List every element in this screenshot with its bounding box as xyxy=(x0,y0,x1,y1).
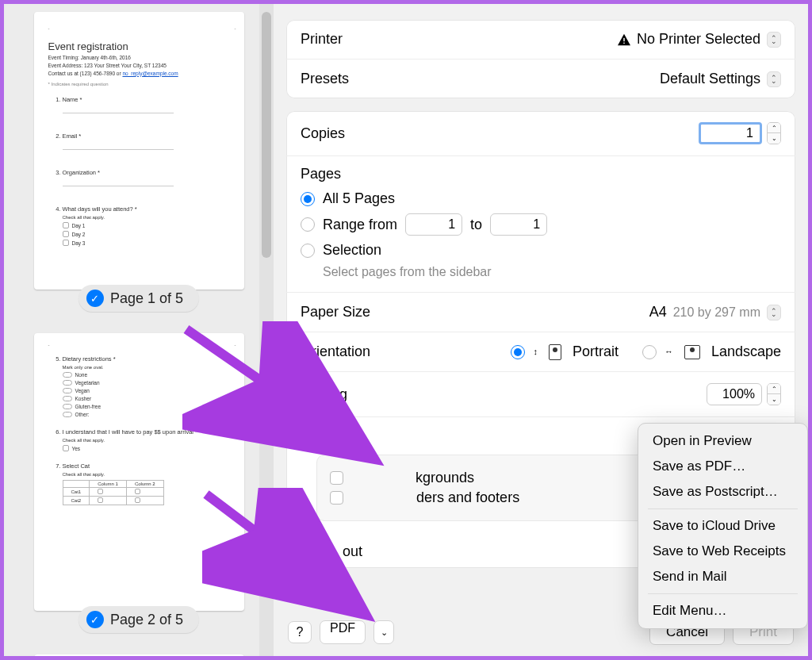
updown-icon[interactable] xyxy=(767,71,781,87)
help-button[interactable]: ? xyxy=(288,621,312,643)
form-title: Event registration xyxy=(48,40,236,52)
print-options-panel: Printer No Printer Selected Presets Defa… xyxy=(274,4,808,656)
checkbox-off-icon xyxy=(330,491,343,505)
menu-save-as-postscript[interactable]: Save as Postscript… xyxy=(638,479,807,505)
updown-icon[interactable] xyxy=(767,305,781,320)
page-badge-1[interactable]: ✓ Page 1 of 5 xyxy=(79,285,199,312)
chevron-right-icon: › xyxy=(301,547,304,558)
printer-row[interactable]: Printer No Printer Selected xyxy=(286,20,795,59)
menu-send-in-mail[interactable]: Send in Mail xyxy=(638,564,807,589)
scaling-stepper[interactable]: ⌃⌄ xyxy=(767,383,781,405)
range-from-input[interactable] xyxy=(405,213,462,236)
radio-on-icon xyxy=(301,192,315,206)
print-dialog-window: -- Event registration Event Timing: Janu… xyxy=(0,0,812,660)
page-thumbnail-3[interactable]: -- xyxy=(34,654,244,656)
radio-off-icon xyxy=(301,217,315,232)
page-badge-2[interactable]: ✓ Page 2 of 5 xyxy=(79,606,199,633)
svg-rect-1 xyxy=(623,42,624,43)
pdf-dropdown-menu: Open in Preview Save as PDF… Save as Pos… xyxy=(638,423,808,629)
paper-size-row[interactable]: Paper Size A4 210 by 297 mm xyxy=(286,293,795,332)
updown-icon[interactable] xyxy=(767,32,781,48)
page-thumbnail-2[interactable]: -- Dietary restrictions * Mark only one … xyxy=(34,333,244,611)
copies-input[interactable] xyxy=(699,122,762,144)
chevron-down-icon: ⌄ xyxy=(297,432,305,443)
check-icon: ✓ xyxy=(86,611,104,628)
check-icon: ✓ xyxy=(86,290,104,307)
orientation-portrait-radio[interactable] xyxy=(511,345,525,359)
checkbox-off-icon xyxy=(330,471,343,485)
menu-open-preview[interactable]: Open in Preview xyxy=(638,428,807,454)
svg-rect-0 xyxy=(623,37,624,40)
portrait-icon xyxy=(549,344,561,360)
warning-icon xyxy=(616,33,632,47)
preview-sidebar[interactable]: -- Event registration Event Timing: Janu… xyxy=(4,4,274,656)
menu-save-web-receipts[interactable]: Save to Web Receipts xyxy=(638,539,807,564)
range-to-input[interactable] xyxy=(490,213,547,236)
pages-range-radio[interactable]: Range from to xyxy=(301,213,781,236)
pages-selection-radio[interactable]: Selection xyxy=(301,242,781,259)
menu-edit-menu[interactable]: Edit Menu… xyxy=(638,598,807,624)
presets-row[interactable]: Presets Default Settings xyxy=(286,59,795,98)
menu-save-as-pdf[interactable]: Save as PDF… xyxy=(638,454,807,479)
menu-save-icloud[interactable]: Save to iCloud Drive xyxy=(638,513,807,539)
copies-stepper[interactable]: ⌃⌄ xyxy=(767,122,781,144)
chevron-down-icon: ⌄ xyxy=(381,627,388,638)
orientation-landscape-radio[interactable] xyxy=(642,345,657,359)
scaling-input[interactable] xyxy=(707,383,762,405)
pdf-button[interactable]: PDF xyxy=(320,620,366,644)
pdf-dropdown-button[interactable]: ⌄ xyxy=(373,620,394,644)
page-thumbnail-1[interactable]: -- Event registration Event Timing: Janu… xyxy=(34,12,244,290)
radio-off-icon xyxy=(301,244,315,258)
pages-all-radio[interactable]: All 5 Pages xyxy=(301,190,781,207)
landscape-icon xyxy=(684,345,700,359)
